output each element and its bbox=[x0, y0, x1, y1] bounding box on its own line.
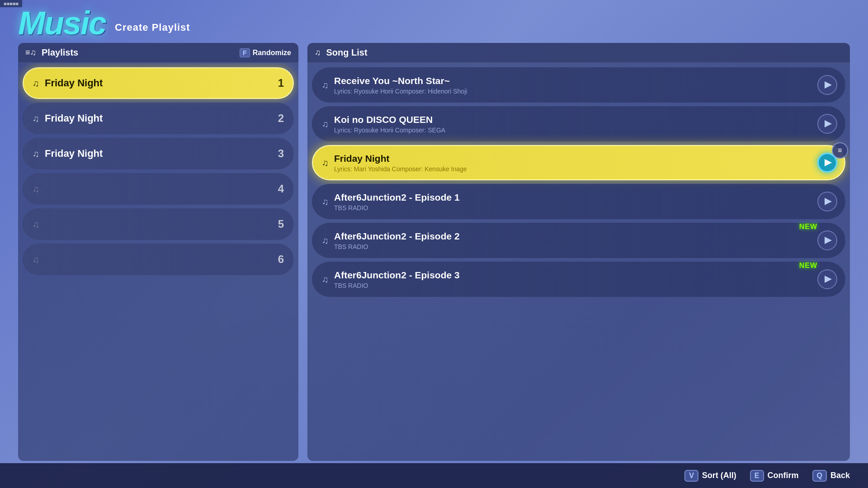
playlist-item-name-3: Friday Night bbox=[45, 148, 273, 160]
randomize-label: Randomize bbox=[253, 49, 291, 57]
list-overlay-icon: ≡ bbox=[832, 142, 848, 159]
main-content: ≡♫ Playlists F Randomize ♫ Friday Night … bbox=[18, 43, 850, 461]
bottom-key-1: E bbox=[750, 470, 764, 482]
song-icon-5: ♫ bbox=[322, 235, 329, 246]
playlist-item-1[interactable]: ♫ Friday Night 1 bbox=[23, 67, 294, 99]
game-title-text: ■■■■■ bbox=[4, 1, 19, 6]
page-subtitle: Create Playlist bbox=[115, 22, 190, 33]
songs-list: ♫ Receive You ~North Star~ Lyrics: Ryosu… bbox=[307, 63, 850, 461]
playlist-item-name-1: Friday Night bbox=[45, 77, 273, 89]
playlists-list: ♫ Friday Night 1 ♫ Friday Night 2 ♫ Frid… bbox=[18, 63, 298, 461]
bottom-label-1: Confirm bbox=[768, 471, 799, 480]
bottom-action-sort-all[interactable]: V Sort (All) bbox=[684, 470, 736, 482]
play-triangle-6 bbox=[825, 276, 832, 283]
bottom-label-0: Sort (All) bbox=[702, 471, 736, 480]
song-item-3[interactable]: ♫ Friday Night Lyrics: Mari Yoshida Comp… bbox=[312, 145, 845, 180]
song-icon-2: ♫ bbox=[322, 119, 329, 129]
song-name-3: Friday Night bbox=[334, 153, 812, 164]
song-info-3: Friday Night Lyrics: Mari Yoshida Compos… bbox=[334, 153, 812, 173]
song-info-1: Receive You ~North Star~ Lyrics: Ryosuke… bbox=[334, 75, 812, 95]
play-button-2[interactable] bbox=[817, 114, 837, 134]
song-name-5: After6Junction2 - Episode 2 bbox=[334, 231, 812, 242]
bottom-action-confirm[interactable]: E Confirm bbox=[750, 470, 799, 482]
playlist-item-6[interactable]: ♫ 6 bbox=[23, 244, 294, 275]
play-button-4[interactable] bbox=[817, 192, 837, 211]
music-icon-3: ♫ bbox=[33, 149, 39, 159]
song-list-title: Song List bbox=[326, 47, 368, 58]
song-name-2: Koi no DISCO QUEEN bbox=[334, 114, 812, 125]
randomize-button[interactable]: F Randomize bbox=[240, 48, 291, 57]
randomize-key: F bbox=[240, 48, 250, 57]
song-list-panel: ♫ Song List ♫ Receive You ~North Star~ L… bbox=[307, 43, 850, 461]
playlist-item-num-3: 3 bbox=[278, 147, 284, 160]
bottom-label-2: Back bbox=[830, 471, 850, 480]
playlist-item-4[interactable]: ♫ 4 bbox=[23, 173, 294, 205]
playlist-item-2[interactable]: ♫ Friday Night 2 bbox=[23, 103, 294, 134]
song-meta-1: Lyrics: Ryosuke Horii Composer: Hidenori… bbox=[334, 88, 812, 95]
song-name-1: Receive You ~North Star~ bbox=[334, 75, 812, 86]
song-list-panel-header: ♫ Song List bbox=[307, 43, 850, 63]
playlists-panel-header: ≡♫ Playlists F Randomize bbox=[18, 43, 298, 63]
song-info-5: After6Junction2 - Episode 2 TBS RADIO bbox=[334, 231, 812, 250]
song-info-6: After6Junction2 - Episode 3 TBS RADIO bbox=[334, 270, 812, 289]
song-icon-3: ♫ bbox=[322, 158, 329, 168]
song-info-4: After6Junction2 - Episode 1 TBS RADIO bbox=[334, 192, 812, 211]
playlist-item-num-6: 6 bbox=[278, 253, 284, 266]
song-meta-3: Lyrics: Mari Yoshida Composer: Kensuke I… bbox=[334, 165, 812, 173]
playlists-title: Playlists bbox=[42, 47, 78, 58]
song-meta-2: Lyrics: Ryosuke Horii Composer: SEGA bbox=[334, 127, 812, 134]
song-info-2: Koi no DISCO QUEEN Lyrics: Ryosuke Horii… bbox=[334, 114, 812, 134]
playlist-item-num-1: 1 bbox=[278, 77, 284, 89]
song-item-2[interactable]: ♫ Koi no DISCO QUEEN Lyrics: Ryosuke Hor… bbox=[312, 106, 845, 141]
playlist-item-num-2: 2 bbox=[278, 112, 284, 125]
playlist-item-name-2: Friday Night bbox=[45, 113, 273, 124]
play-button-1[interactable] bbox=[817, 75, 837, 95]
song-meta-4: TBS RADIO bbox=[334, 204, 812, 211]
playlist-item-num-5: 5 bbox=[278, 218, 284, 230]
play-triangle-5 bbox=[825, 237, 832, 244]
playlists-panel: ≡♫ Playlists F Randomize ♫ Friday Night … bbox=[18, 43, 298, 461]
playlists-icon: ≡♫ bbox=[25, 48, 36, 57]
music-icon-empty-6: ♫ bbox=[33, 254, 39, 265]
play-triangle-4 bbox=[825, 198, 832, 205]
new-badge-5: NEW bbox=[799, 223, 817, 231]
song-item-4[interactable]: ♫ After6Junction2 - Episode 1 TBS RADIO bbox=[312, 184, 845, 219]
song-icon-4: ♫ bbox=[322, 197, 329, 207]
song-icon-6: ♫ bbox=[322, 274, 329, 285]
play-button-5[interactable] bbox=[817, 230, 837, 250]
music-icon-2: ♫ bbox=[33, 113, 39, 124]
play-triangle-2 bbox=[825, 120, 832, 127]
song-item-5[interactable]: NEW ♫ After6Junction2 - Episode 2 TBS RA… bbox=[312, 223, 845, 258]
song-name-4: After6Junction2 - Episode 1 bbox=[334, 192, 812, 203]
playlist-item-3[interactable]: ♫ Friday Night 3 bbox=[23, 138, 294, 169]
song-meta-6: TBS RADIO bbox=[334, 282, 812, 289]
new-badge-6: NEW bbox=[799, 262, 817, 270]
bottom-bar: V Sort (All) E Confirm Q Back bbox=[0, 463, 868, 488]
song-list-icon: ♫ bbox=[315, 48, 321, 57]
music-icon-1: ♫ bbox=[33, 78, 39, 89]
playlist-item-num-4: 4 bbox=[278, 183, 284, 195]
play-triangle-3 bbox=[825, 159, 832, 166]
bottom-key-0: V bbox=[684, 470, 698, 482]
play-button-6[interactable] bbox=[817, 269, 837, 289]
play-triangle-1 bbox=[825, 81, 832, 89]
playlist-item-5[interactable]: ♫ 5 bbox=[23, 208, 294, 240]
header: Music Create Playlist bbox=[18, 5, 190, 42]
music-icon-empty-4: ♫ bbox=[33, 184, 39, 194]
bottom-key-2: Q bbox=[812, 470, 827, 482]
page-title: Music bbox=[18, 5, 106, 42]
song-name-6: After6Junction2 - Episode 3 bbox=[334, 270, 812, 281]
song-meta-5: TBS RADIO bbox=[334, 243, 812, 250]
song-item-1[interactable]: ♫ Receive You ~North Star~ Lyrics: Ryosu… bbox=[312, 67, 845, 103]
music-icon-empty-5: ♫ bbox=[33, 219, 39, 230]
bottom-action-back[interactable]: Q Back bbox=[812, 470, 850, 482]
song-item-6[interactable]: NEW ♫ After6Junction2 - Episode 3 TBS RA… bbox=[312, 262, 845, 297]
song-icon-1: ♫ bbox=[322, 80, 329, 90]
